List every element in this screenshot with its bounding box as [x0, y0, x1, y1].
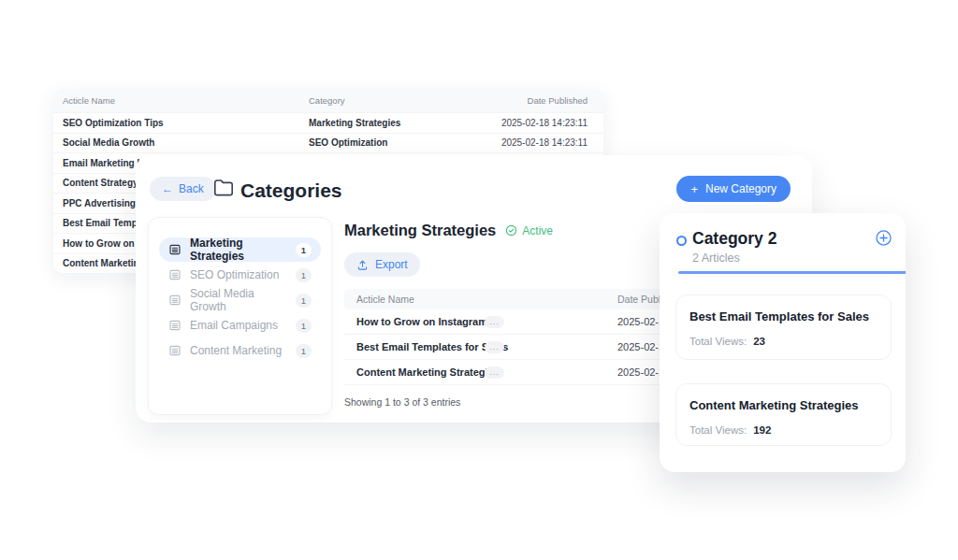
page-title: Categories [240, 179, 342, 202]
sidebar-item-content-marketing[interactable]: Content Marketing 1 [159, 338, 321, 363]
plus-circle-icon [875, 229, 893, 247]
accent-divider [678, 271, 906, 274]
count-badge: 1 [296, 344, 312, 358]
cell-category: SEO Optimization [309, 137, 501, 148]
row-actions-button[interactable]: ... [485, 316, 504, 328]
sidebar-item-label: Email Campaigns [190, 319, 287, 332]
sidebar-item-email-campaigns[interactable]: Email Campaigns 1 [159, 313, 321, 337]
export-label: Export [375, 258, 408, 271]
row-actions-button[interactable]: ... [485, 366, 504, 379]
total-views-value: 192 [753, 424, 771, 436]
category-list-panel: Marketing Strategies 1 SEO Optimization … [148, 217, 332, 415]
article-list-icon [168, 294, 181, 307]
cell-category: Marketing Strategies [309, 118, 501, 128]
count-badge: 1 [296, 294, 312, 308]
sidebar-item-label: Marketing Strategies [190, 237, 287, 263]
back-button-label: Back [179, 182, 204, 195]
cell-date: 2025-02-18 14:23:11 [501, 137, 588, 148]
new-category-label: New Category [705, 182, 777, 195]
column-header-article-name: Acticle Name [344, 294, 485, 305]
back-button[interactable]: ← Back [150, 177, 216, 201]
column-header-date-published: Date Published [528, 95, 588, 106]
article-list-icon [168, 268, 181, 281]
row-actions-button[interactable]: ... [485, 341, 504, 353]
sidebar-item-seo-optimization[interactable]: SEO Optimization 1 [159, 263, 321, 287]
article-list-icon [168, 243, 181, 256]
folder-icon [211, 175, 236, 199]
sidebar-item-label: Social Media Growth [190, 287, 287, 313]
count-badge: 1 [296, 319, 312, 333]
check-circle-icon [505, 224, 517, 237]
total-views-value: 23 [753, 336, 765, 347]
category-card-title: Category 2 [692, 229, 777, 249]
article-summary-card[interactable]: Best Email Templates for Sales Total Vie… [675, 294, 892, 360]
category-detail-title: Marketing Strategies [344, 222, 496, 239]
sidebar-item-label: Content Marketing [190, 344, 287, 357]
column-header-article-name: Acticle Name [63, 95, 309, 106]
cell-article-name: Best Email Templates for Sales [344, 341, 485, 352]
back-arrow-icon: ← [162, 182, 173, 195]
upload-icon [356, 259, 369, 271]
plus-icon: + [690, 183, 698, 195]
article-summary-card[interactable]: Content Marketing Strategies Total Views… [675, 383, 892, 446]
table-row[interactable]: Social Media Growth SEO Optimization 202… [53, 133, 603, 153]
add-article-button[interactable] [875, 229, 893, 247]
cell-article-name: How to Grow on Instagram [344, 316, 485, 327]
sidebar-item-marketing-strategies[interactable]: Marketing Strategies 1 [159, 237, 321, 262]
category-dot-icon [676, 236, 687, 246]
cell-article-name: Social Media Growth [63, 137, 309, 148]
count-badge: 1 [296, 243, 312, 257]
article-title: Content Marketing Strategies [689, 398, 878, 412]
status-label: Active [522, 224, 553, 237]
article-list-icon [168, 344, 181, 357]
total-views-label: Total Views: [689, 424, 747, 436]
sidebar-item-label: SEO Optimization [190, 268, 287, 281]
category-card-subtitle: 2 Articles [692, 251, 740, 265]
export-button[interactable]: Export [344, 252, 420, 277]
cell-date: 2025-02-18 14:23:11 [501, 118, 588, 128]
article-title: Best Email Templates for Sales [689, 309, 878, 323]
status-badge: Active [505, 224, 553, 237]
article-list-icon [168, 319, 181, 332]
articles-table-header: Acticle Name Category Date Published [53, 89, 603, 112]
column-header-category: Category [309, 95, 528, 106]
sidebar-item-social-media-growth[interactable]: Social Media Growth 1 [159, 288, 321, 312]
app-canvas: Acticle Name Category Date Published SEO… [0, 0, 958, 560]
cell-article-name: Content Marketing Strategies [344, 366, 485, 378]
cell-article-name: SEO Optimization Tips [63, 118, 309, 128]
new-category-button[interactable]: + New Category [676, 176, 791, 202]
count-badge: 1 [296, 268, 312, 282]
category-preview-card: Category 2 2 Articles Best Email Templat… [660, 213, 906, 472]
total-views-label: Total Views: [689, 336, 747, 347]
table-row[interactable]: SEO Optimization Tips Marketing Strategi… [53, 112, 603, 133]
